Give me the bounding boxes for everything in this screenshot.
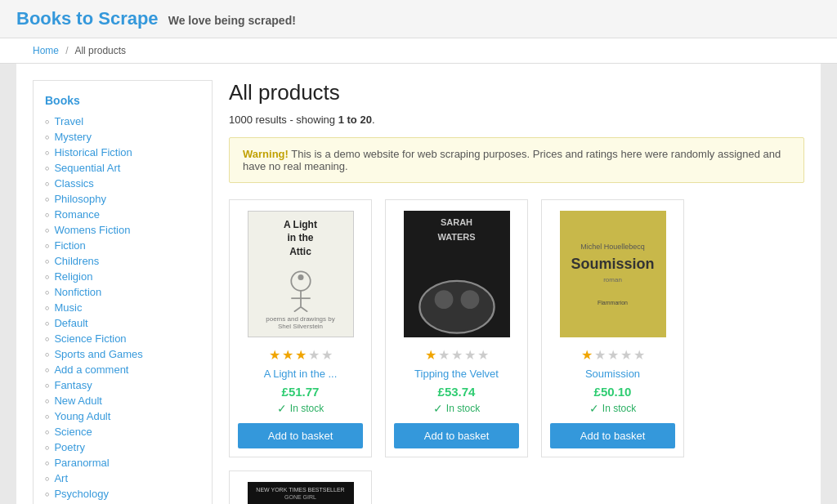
sidebar-item[interactable]: Romance <box>34 207 212 222</box>
star-icon: ★ <box>620 347 632 363</box>
product-price: £51.77 <box>282 385 320 399</box>
sidebar: Books TravelMysteryHistorical FictionSeq… <box>33 80 213 504</box>
sidebar-item[interactable]: Childrens <box>34 253 212 269</box>
checkmark-icon: ✓ <box>277 402 287 415</box>
site-header: Books to Scrape We love being scraped! <box>0 0 837 38</box>
sidebar-item-link[interactable]: Fantasy <box>54 379 92 391</box>
star-icon: ★ <box>425 347 436 363</box>
sidebar-item-link[interactable]: Romance <box>54 208 100 221</box>
add-to-basket-button[interactable]: Add to basket <box>394 423 519 448</box>
product-card: Michel Houellebecq Soumission roman Flam… <box>541 199 684 457</box>
sidebar-item[interactable]: Art <box>34 471 212 486</box>
sidebar-item[interactable]: Womens Fiction <box>34 222 212 238</box>
product-image[interactable]: NEW YORK TIMES BESTSELLER GONE GIRL GILL… <box>239 479 362 504</box>
svg-point-8 <box>460 290 479 309</box>
sidebar-item-link[interactable]: Sports and Games <box>54 348 142 360</box>
sidebar-item[interactable]: Historical Fiction <box>34 145 212 160</box>
sidebar-item-link[interactable]: Childrens <box>54 255 99 267</box>
checkmark-icon: ✓ <box>433 402 443 415</box>
sidebar-item-link[interactable]: Young Adult <box>54 410 110 422</box>
results-range: 1 to 20 <box>338 114 372 126</box>
brand-name[interactable]: Books to Scrape <box>16 8 159 29</box>
sidebar-item[interactable]: Mystery <box>34 129 212 145</box>
sidebar-item-link[interactable]: Poetry <box>54 441 85 453</box>
product-price: £50.10 <box>594 385 632 399</box>
sidebar-item[interactable]: Nonfiction <box>34 284 212 300</box>
sidebar-item[interactable]: Sequential Art <box>34 160 212 176</box>
sidebar-item[interactable]: Add a comment <box>34 362 212 377</box>
checkmark-icon: ✓ <box>589 402 599 415</box>
content-area: All products 1000 results - showing 1 to… <box>229 80 804 504</box>
sidebar-item-link[interactable]: Music <box>54 301 82 314</box>
sidebar-item[interactable]: Philosophy <box>34 191 212 207</box>
sidebar-item[interactable]: Default <box>34 315 212 331</box>
product-title[interactable]: Tipping the Velvet <box>414 368 499 380</box>
star-icon: ★ <box>581 347 593 363</box>
stock-label: In stock <box>602 403 636 414</box>
sidebar-item[interactable]: Science Fiction <box>34 331 212 346</box>
product-price: £53.74 <box>438 385 476 399</box>
star-icon: ★ <box>464 347 476 363</box>
product-title[interactable]: A Light in the ... <box>264 368 338 380</box>
products-grid: A Lightin theAttic poems and drawings by… <box>229 199 804 504</box>
sidebar-item[interactable]: Science <box>34 424 212 439</box>
sidebar-item[interactable]: New Adult <box>34 393 212 408</box>
sidebar-item-link[interactable]: Sequential Art <box>54 162 120 174</box>
sidebar-item[interactable]: Travel <box>34 114 212 129</box>
sidebar-item[interactable]: Poetry <box>34 439 212 455</box>
main-content: Books TravelMysteryHistorical FictionSeq… <box>16 64 821 504</box>
sidebar-item-link[interactable]: Fiction <box>54 239 85 252</box>
sidebar-item-link[interactable]: Science <box>54 426 92 438</box>
add-to-basket-button[interactable]: Add to basket <box>550 423 675 448</box>
warning-box: Warning! This is a demo website for web … <box>229 137 804 183</box>
sidebar-item-link[interactable]: Travel <box>54 115 83 127</box>
sidebar-item[interactable]: Fantasy <box>34 377 212 393</box>
sidebar-item-link[interactable]: Philosophy <box>54 193 106 205</box>
sidebar-item[interactable]: Psychology <box>34 486 212 502</box>
sidebar-item[interactable]: Music <box>34 300 212 315</box>
product-stars: ★★★★★ <box>425 347 489 363</box>
svg-line-4 <box>301 307 307 312</box>
star-icon: ★ <box>607 347 619 363</box>
product-title[interactable]: Soumission <box>585 368 640 380</box>
sidebar-item-link[interactable]: Paranormal <box>54 457 109 469</box>
sidebar-item-link[interactable]: Mystery <box>54 131 92 143</box>
sidebar-item-link[interactable]: Religion <box>54 270 92 283</box>
breadcrumb-home[interactable]: Home <box>33 45 59 56</box>
star-icon: ★ <box>282 347 293 363</box>
sidebar-item-link[interactable]: Art <box>54 472 68 484</box>
sidebar-item-link[interactable]: Science Fiction <box>54 332 126 345</box>
product-card: A Lightin theAttic poems and drawings by… <box>229 199 372 457</box>
sidebar-item[interactable]: Paranormal <box>34 455 212 471</box>
star-icon: ★ <box>308 347 320 363</box>
add-to-basket-button[interactable]: Add to basket <box>238 423 363 448</box>
sidebar-item-link[interactable]: Default <box>54 317 87 329</box>
star-icon: ★ <box>633 347 645 363</box>
sidebar-item[interactable]: Young Adult <box>34 408 212 424</box>
sidebar-item[interactable]: Religion <box>34 269 212 284</box>
svg-point-5 <box>298 274 303 280</box>
sidebar-item-link[interactable]: Psychology <box>54 488 108 500</box>
sidebar-list: TravelMysteryHistorical FictionSequentia… <box>34 114 212 504</box>
sidebar-item-link[interactable]: Classics <box>54 177 93 190</box>
sidebar-item-link[interactable]: Nonfiction <box>54 286 101 298</box>
svg-line-3 <box>293 307 300 312</box>
sidebar-item[interactable]: Sports and Games <box>34 346 212 362</box>
product-stock: ✓In stock <box>433 402 480 415</box>
breadcrumb: Home / All products <box>0 38 837 64</box>
product-card: NEW YORK TIMES BESTSELLER GONE GIRL GILL… <box>229 471 372 504</box>
product-card: SARAHWATERS TIPPINGTHE VELVET ★★★★★Tippi… <box>385 199 528 457</box>
sidebar-item[interactable]: Classics <box>34 176 212 191</box>
site-title: Books to Scrape We love being scraped! <box>16 8 296 29</box>
page-title: All products <box>229 80 804 105</box>
product-image[interactable]: A Lightin theAttic poems and drawings by… <box>239 208 362 339</box>
sidebar-item-link[interactable]: Womens Fiction <box>54 224 130 236</box>
sidebar-item-link[interactable]: Historical Fiction <box>54 146 132 158</box>
sidebar-item[interactable]: Fiction <box>34 238 212 253</box>
sidebar-item-link[interactable]: New Adult <box>54 395 102 407</box>
product-stock: ✓In stock <box>277 402 324 415</box>
product-image[interactable]: SARAHWATERS TIPPINGTHE VELVET <box>396 208 518 339</box>
product-image[interactable]: Michel Houellebecq Soumission roman Flam… <box>552 208 674 339</box>
results-text: 1000 results - showing <box>229 114 338 126</box>
sidebar-item-link[interactable]: Add a comment <box>54 364 128 376</box>
